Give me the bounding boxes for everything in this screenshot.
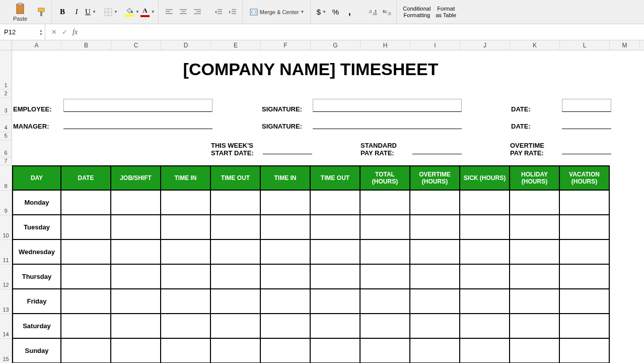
merge-center-button[interactable]: Merge & Center ▼ xyxy=(247,6,308,19)
data-cell[interactable] xyxy=(111,191,161,215)
employee-field[interactable] xyxy=(63,99,212,112)
borders-button[interactable]: ▼ xyxy=(104,6,118,19)
row-header[interactable]: 6 xyxy=(0,140,12,157)
data-cell[interactable] xyxy=(211,240,261,265)
data-cell[interactable] xyxy=(510,289,560,314)
date-field-1[interactable] xyxy=(562,99,611,112)
data-cell[interactable] xyxy=(111,314,161,339)
column-header[interactable]: D xyxy=(161,40,211,50)
data-cell[interactable] xyxy=(261,289,311,314)
row-header[interactable]: 13 xyxy=(0,289,12,314)
row-header[interactable]: 9 xyxy=(0,191,12,215)
data-cell[interactable] xyxy=(361,265,410,289)
column-header[interactable]: B xyxy=(61,40,111,50)
align-center-button[interactable] xyxy=(177,6,190,19)
font-color-button[interactable]: A ▼ xyxy=(140,6,155,19)
data-cell[interactable] xyxy=(560,314,610,339)
data-cell[interactable] xyxy=(560,339,610,363)
day-cell[interactable]: Monday xyxy=(12,191,61,215)
data-cell[interactable] xyxy=(410,215,460,240)
data-cell[interactable] xyxy=(61,191,111,215)
row-header[interactable]: 3 xyxy=(0,98,12,115)
data-cell[interactable] xyxy=(211,289,261,314)
data-cell[interactable] xyxy=(211,339,261,363)
data-cell[interactable] xyxy=(560,240,610,265)
data-cell[interactable] xyxy=(410,289,460,314)
data-cell[interactable] xyxy=(361,191,410,215)
data-cell[interactable] xyxy=(161,265,211,289)
increase-indent-button[interactable] xyxy=(226,6,239,19)
column-header[interactable]: G xyxy=(311,40,361,50)
data-cell[interactable] xyxy=(261,265,311,289)
data-cell[interactable] xyxy=(361,240,410,265)
column-header[interactable]: M xyxy=(610,40,640,50)
data-cell[interactable] xyxy=(510,314,560,339)
column-header[interactable]: F xyxy=(261,40,311,50)
data-cell[interactable] xyxy=(211,215,261,240)
column-header[interactable]: E xyxy=(211,40,261,50)
row-header[interactable]: 11 xyxy=(0,240,12,265)
data-cell[interactable] xyxy=(111,339,161,363)
column-header[interactable]: H xyxy=(361,40,410,50)
day-cell[interactable]: Friday xyxy=(12,289,61,314)
align-right-button[interactable] xyxy=(191,6,204,19)
increase-decimal-button[interactable]: .0.00 xyxy=(366,6,379,19)
formula-input[interactable] xyxy=(84,28,644,36)
data-cell[interactable] xyxy=(61,215,111,240)
data-cell[interactable] xyxy=(161,289,211,314)
fill-color-button[interactable]: ▼ xyxy=(125,6,139,19)
signature-field-1[interactable] xyxy=(313,99,462,112)
data-cell[interactable] xyxy=(311,265,361,289)
data-cell[interactable] xyxy=(460,240,510,265)
data-cell[interactable] xyxy=(261,215,311,240)
format-as-table-button[interactable]: Format as Table xyxy=(434,1,458,23)
row-header[interactable]: 15 xyxy=(0,339,12,363)
day-cell[interactable]: Wednesday xyxy=(12,240,61,265)
data-cell[interactable] xyxy=(61,240,111,265)
decrease-indent-button[interactable] xyxy=(212,6,225,19)
row-header[interactable]: 1 xyxy=(0,50,12,90)
date-field-2[interactable] xyxy=(562,128,611,129)
column-header[interactable]: L xyxy=(560,40,610,50)
data-cell[interactable] xyxy=(311,240,361,265)
week-start-field[interactable] xyxy=(263,153,312,154)
data-cell[interactable] xyxy=(61,314,111,339)
data-cell[interactable] xyxy=(211,314,261,339)
data-cell[interactable] xyxy=(460,265,510,289)
manager-field[interactable] xyxy=(63,128,212,129)
name-box-stepper[interactable]: ▲▼ xyxy=(39,29,43,36)
data-cell[interactable] xyxy=(410,265,460,289)
row-header[interactable]: 10 xyxy=(0,215,12,240)
data-cell[interactable] xyxy=(61,265,111,289)
underline-button[interactable]: U▼ xyxy=(84,6,97,19)
data-cell[interactable] xyxy=(111,289,161,314)
column-header[interactable]: J xyxy=(460,40,510,50)
data-cell[interactable] xyxy=(361,215,410,240)
fx-icon[interactable]: fx xyxy=(73,28,78,36)
data-cell[interactable] xyxy=(161,215,211,240)
row-header[interactable]: 2 xyxy=(0,90,12,98)
paste-button[interactable]: Paste xyxy=(6,1,34,23)
align-left-button[interactable] xyxy=(163,6,176,19)
data-cell[interactable] xyxy=(560,191,610,215)
data-cell[interactable] xyxy=(311,215,361,240)
column-header[interactable]: K xyxy=(510,40,560,50)
currency-button[interactable]: $▼ xyxy=(315,6,328,19)
data-cell[interactable] xyxy=(311,339,361,363)
data-cell[interactable] xyxy=(510,265,560,289)
data-cell[interactable] xyxy=(410,314,460,339)
data-cell[interactable] xyxy=(460,215,510,240)
data-cell[interactable] xyxy=(560,215,610,240)
data-cell[interactable] xyxy=(510,339,560,363)
data-cell[interactable] xyxy=(510,240,560,265)
data-cell[interactable] xyxy=(161,240,211,265)
data-cell[interactable] xyxy=(261,191,311,215)
data-cell[interactable] xyxy=(261,314,311,339)
format-painter-button[interactable] xyxy=(35,6,48,19)
overtime-rate-field[interactable] xyxy=(562,153,611,154)
column-header[interactable]: A xyxy=(12,40,61,50)
data-cell[interactable] xyxy=(111,240,161,265)
data-cell[interactable] xyxy=(111,215,161,240)
spreadsheet-grid[interactable]: ABCDEFGHIJKLM 123456789101112131415 [COM… xyxy=(0,40,644,363)
comma-button[interactable]: , xyxy=(343,6,356,19)
